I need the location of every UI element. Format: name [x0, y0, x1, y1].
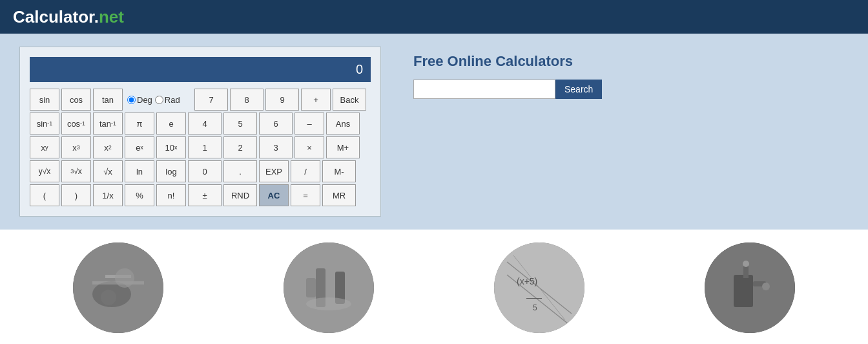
btn-4[interactable]: 4 [188, 113, 222, 134]
svg-point-23 [743, 261, 749, 267]
btn-back[interactable]: Back [333, 89, 366, 111]
header: Calculator.net [0, 0, 868, 34]
btn-atan[interactable]: tan-1 [93, 113, 123, 134]
btn-dot[interactable]: . [223, 160, 257, 182]
btn-1[interactable]: 1 [188, 136, 222, 158]
calc-row-2: sin-1 cos-1 tan-1 π e 4 5 6 – Ans [30, 113, 371, 134]
calc-display: 0 [30, 57, 371, 82]
btn-sin[interactable]: sin [30, 89, 59, 111]
search-button[interactable]: Search [555, 80, 602, 99]
btn-10x[interactable]: 10x [156, 136, 186, 158]
btn-7[interactable]: 7 [194, 89, 228, 111]
btn-9[interactable]: 9 [265, 89, 299, 111]
deg-option[interactable]: Deg [127, 95, 152, 105]
svg-point-21 [762, 283, 770, 290]
main-content: 0 sin cos tan Deg Rad 7 8 9 + Back sin-1 [0, 34, 868, 230]
sidebar-title: Free Online Calculators [413, 53, 842, 70]
btn-x3[interactable]: x3 [61, 136, 91, 158]
btn-divide[interactable]: / [291, 160, 320, 182]
btn-minus[interactable]: – [294, 113, 324, 134]
calc-row-1: sin cos tan Deg Rad 7 8 9 + Back [30, 89, 371, 111]
btn-plus[interactable]: + [301, 89, 331, 111]
btn-reciprocal[interactable]: 1/x [93, 184, 123, 206]
btn-open-paren[interactable]: ( [30, 184, 59, 206]
sidebar: Free Online Calculators Search [407, 47, 849, 217]
svg-text:——: —— [526, 294, 542, 303]
btn-3sqrtx[interactable]: 3√x [61, 160, 91, 182]
btn-3[interactable]: 3 [259, 136, 293, 158]
svg-rect-8 [306, 278, 316, 297]
search-area: Search [413, 80, 842, 99]
rad-radio[interactable] [155, 96, 163, 104]
btn-ac[interactable]: AC [259, 184, 289, 206]
calc-row-4: y√x 3√x √x ln log 0 . EXP / M- [30, 160, 371, 182]
btn-log[interactable]: log [156, 160, 186, 182]
btn-equals[interactable]: = [291, 184, 320, 206]
calculator: 0 sin cos tan Deg Rad 7 8 9 + Back sin-1 [19, 47, 381, 217]
btn-plusminus[interactable]: ± [188, 184, 222, 206]
btn-close-paren[interactable]: ) [61, 184, 91, 206]
svg-point-5 [101, 290, 116, 305]
btn-6[interactable]: 6 [259, 113, 293, 134]
btn-exp[interactable]: EXP [259, 160, 289, 182]
search-input[interactable] [413, 80, 555, 99]
btn-xy[interactable]: xy [30, 136, 59, 158]
calc-row-3: xy x3 x2 ex 10x 1 2 3 × M+ [30, 136, 371, 158]
svg-text:(x+5): (x+5) [517, 276, 537, 286]
btn-5[interactable]: 5 [223, 113, 257, 134]
rad-option[interactable]: Rad [155, 95, 180, 105]
btn-ans[interactable]: Ans [326, 113, 360, 134]
logo-accent: net [99, 7, 124, 27]
btn-mr[interactable]: MR [322, 184, 356, 206]
btn-tan[interactable]: tan [93, 89, 123, 111]
btn-0[interactable]: 0 [188, 160, 222, 182]
circle-fuel[interactable] [705, 242, 795, 333]
btn-mminus[interactable]: M- [322, 160, 356, 182]
bottom-section: (x+5) —— 5 [0, 230, 868, 344]
btn-cos[interactable]: cos [61, 89, 91, 111]
btn-sqrtx[interactable]: √x [93, 160, 123, 182]
btn-e[interactable]: e [156, 113, 186, 134]
btn-acos[interactable]: cos-1 [61, 113, 91, 134]
btn-multiply[interactable]: × [294, 136, 324, 158]
btn-rnd[interactable]: RND [223, 184, 257, 206]
btn-pi[interactable]: π [125, 113, 154, 134]
svg-text:5: 5 [533, 303, 537, 312]
btn-factorial[interactable]: n! [156, 184, 186, 206]
svg-rect-19 [734, 275, 753, 307]
btn-x2[interactable]: x2 [93, 136, 123, 158]
svg-point-4 [115, 268, 134, 288]
calc-row-5: ( ) 1/x % n! ± RND AC = MR [30, 184, 371, 206]
circle-health[interactable] [284, 242, 374, 333]
deg-radio[interactable] [127, 96, 136, 104]
svg-point-10 [306, 297, 351, 310]
btn-ysqrtx[interactable]: y√x [30, 160, 59, 182]
btn-ln[interactable]: ln [125, 160, 154, 182]
btn-2[interactable]: 2 [223, 136, 257, 158]
circle-finance[interactable] [73, 242, 163, 333]
btn-asin[interactable]: sin-1 [30, 113, 59, 134]
btn-8[interactable]: 8 [230, 89, 264, 111]
svg-point-6 [284, 242, 374, 333]
btn-ex[interactable]: ex [125, 136, 154, 158]
logo-main: Calculator. [13, 7, 99, 27]
deg-rad-toggle[interactable]: Deg Rad [125, 89, 192, 111]
logo: Calculator.net [13, 7, 124, 27]
btn-mplus[interactable]: M+ [326, 136, 360, 158]
circle-math[interactable]: (x+5) —— 5 [494, 242, 584, 333]
btn-percent[interactable]: % [125, 184, 154, 206]
